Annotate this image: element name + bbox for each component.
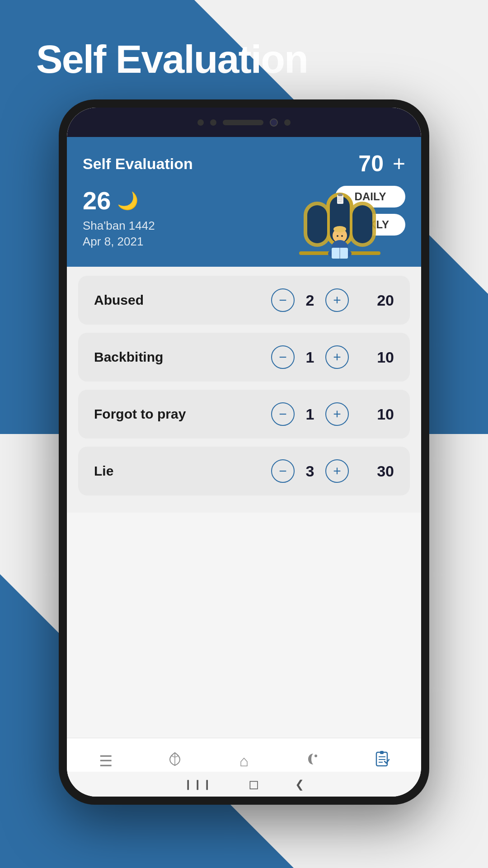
muhasba-icon xyxy=(374,750,391,771)
plus-icon: + xyxy=(333,464,341,478)
svg-point-21 xyxy=(314,755,317,757)
add-button[interactable]: + xyxy=(393,153,405,175)
hijri-date: Sha'ban 1442 xyxy=(83,219,155,233)
date-section: 26 🌙 Sha'ban 1442 Apr 8, 2021 xyxy=(83,186,155,249)
counter-backbiting: − 1 + 10 xyxy=(271,345,394,369)
increase-lie[interactable]: + xyxy=(325,459,349,483)
decrease-lie[interactable]: − xyxy=(271,459,295,483)
evaluation-list: Abused − 2 + 20 xyxy=(67,267,421,513)
plus-icon: + xyxy=(333,407,341,421)
increase-backbiting[interactable]: + xyxy=(325,345,349,369)
svg-point-14 xyxy=(337,235,338,237)
phone-screen: Self Evaluation 70 + 26 🌙 Sha'ban xyxy=(67,108,421,797)
notch-bar xyxy=(67,108,421,137)
item-name-forgot-to-pray: Forgot to pray xyxy=(94,406,271,422)
back-button[interactable]: ❮ xyxy=(295,778,304,791)
score-abused: 20 xyxy=(371,292,394,309)
svg-rect-23 xyxy=(380,751,384,754)
count-lie: 3 xyxy=(305,462,315,480)
header-top: Self Evaluation 70 + xyxy=(83,151,405,177)
minus-icon: − xyxy=(279,293,287,307)
system-nav-bar: ❙❙❙ ◻ ❮ xyxy=(67,772,421,797)
count-abused: 2 xyxy=(305,292,315,309)
page-title: Self Evaluation xyxy=(36,36,308,82)
count-forgot-to-pray: 1 xyxy=(305,406,315,423)
decrease-abused[interactable]: − xyxy=(271,288,295,312)
score-backbiting: 10 xyxy=(371,349,394,366)
counter-abused: − 2 + 20 xyxy=(271,288,394,312)
list-item: Lie − 3 + 30 xyxy=(78,447,410,495)
plus-icon: + xyxy=(333,350,341,364)
app-content: Self Evaluation 70 + 26 🌙 Sha'ban xyxy=(67,137,421,797)
svg-rect-5 xyxy=(352,205,372,243)
sensor-dot-2 xyxy=(210,119,216,126)
phone-frame: Self Evaluation 70 + 26 🌙 Sha'ban xyxy=(59,99,429,805)
item-name-backbiting: Backbiting xyxy=(94,349,271,365)
increase-abused[interactable]: + xyxy=(325,288,349,312)
plus-icon: + xyxy=(333,293,341,307)
score-lie: 30 xyxy=(371,462,394,480)
character-illustration xyxy=(295,188,385,271)
counter-lie: − 3 + 30 xyxy=(271,459,394,483)
app-title: Self Evaluation xyxy=(83,155,193,173)
home-icon: ⌂ xyxy=(239,752,249,770)
svg-point-13 xyxy=(333,226,346,232)
list-item: Abused − 2 + 20 xyxy=(78,276,410,325)
list-item: Backbiting − 1 + 10 xyxy=(78,333,410,382)
svg-point-15 xyxy=(341,235,343,237)
ramadan-icon xyxy=(305,751,321,770)
character-svg xyxy=(295,188,385,269)
decrease-forgot-to-pray[interactable]: − xyxy=(271,402,295,426)
item-name-lie: Lie xyxy=(94,463,271,479)
notch-sensors xyxy=(197,118,291,127)
decrease-backbiting[interactable]: − xyxy=(271,345,295,369)
app-header: Self Evaluation 70 + 26 🌙 Sha'ban xyxy=(67,137,421,267)
minus-icon: − xyxy=(279,464,287,478)
total-score: 70 xyxy=(358,151,384,177)
count-backbiting: 1 xyxy=(305,349,315,366)
svg-rect-3 xyxy=(307,205,327,243)
gregorian-date: Apr 8, 2021 xyxy=(83,235,155,249)
score-forgot-to-pray: 10 xyxy=(371,406,394,423)
list-item: Forgot to pray − 1 + 10 xyxy=(78,390,410,439)
score-area: 70 + xyxy=(358,151,405,177)
item-name-abused: Abused xyxy=(94,292,271,308)
minus-icon: − xyxy=(279,407,287,421)
sensor-dot-1 xyxy=(197,119,204,126)
date-day-row: 26 🌙 xyxy=(83,186,155,215)
scroll-content: Self Evaluation 70 + 26 🌙 Sha'ban xyxy=(67,137,421,738)
recents-button[interactable]: ❙❙❙ xyxy=(184,778,212,790)
moon-icon: 🌙 xyxy=(117,191,138,211)
home-button[interactable]: ◻ xyxy=(249,777,259,792)
svg-rect-17 xyxy=(338,193,343,196)
speaker-grill xyxy=(223,120,263,125)
sensor-dot-3 xyxy=(284,119,291,126)
minus-icon: − xyxy=(279,350,287,364)
menu-icon: ☰ xyxy=(99,752,113,770)
increase-forgot-to-pray[interactable]: + xyxy=(325,402,349,426)
counter-forgot-to-pray: − 1 + 10 xyxy=(271,402,394,426)
quran-icon xyxy=(167,751,183,770)
day-number: 26 xyxy=(83,186,111,215)
front-camera xyxy=(270,118,278,127)
